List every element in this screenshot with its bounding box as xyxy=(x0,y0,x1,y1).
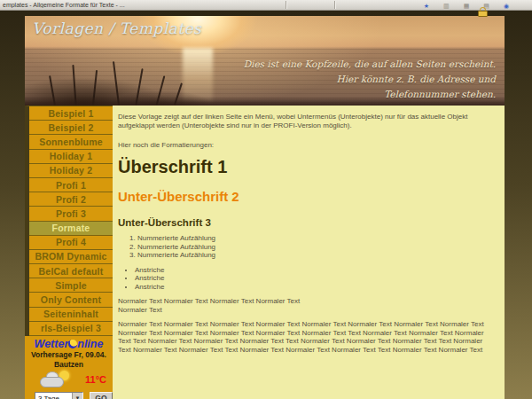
heading-3: Unter-Überschrift 3 xyxy=(118,217,494,229)
menu-item-beispiel-1[interactable]: Beispiel 1 xyxy=(29,106,113,121)
sidebar-menu: Beispiel 1 Beispiel 2 Sonnenblume Holida… xyxy=(25,106,113,336)
lock-icon xyxy=(478,7,489,17)
menu-item-profi-1[interactable]: Profi 1 xyxy=(29,178,113,192)
wetteronline-sun-o-icon xyxy=(68,340,77,348)
go-button[interactable]: GO xyxy=(90,392,113,399)
tab-separator xyxy=(286,1,286,9)
site-template: Vorlagen / Templates Dies ist eine Kopfz… xyxy=(25,16,505,399)
bullet-item: Anstriche xyxy=(135,283,494,292)
tab-separator xyxy=(334,1,335,9)
temperature-value: 11°C xyxy=(85,374,106,385)
site-title: Vorlagen / Templates xyxy=(32,20,201,37)
menu-item-belcal-default[interactable]: BelCal default xyxy=(29,264,113,278)
grid-icon[interactable]: ▦ xyxy=(464,3,470,9)
weather-controls: 3 Tage ▼ GO xyxy=(25,392,113,399)
beach-grass-silhouette xyxy=(25,52,220,106)
template-body: Beispiel 1 Beispiel 2 Sonnenblume Holida… xyxy=(25,106,505,399)
forecast-range-select[interactable]: 3 Tage ▼ xyxy=(35,392,83,399)
header-image: Vorlagen / Templates Dies ist eine Kopfz… xyxy=(25,16,505,106)
menu-item-beispiel-2[interactable]: Beispiel 2 xyxy=(29,121,113,135)
menu-item-simple[interactable]: Simple xyxy=(29,278,113,293)
intro-paragraph: Diese Vorlage zeigt auf der linken Seite… xyxy=(118,113,494,130)
numbered-item: Nummerierte Aufzählung xyxy=(137,243,494,252)
menu-item-holiday-1[interactable]: Holiday 1 xyxy=(29,150,113,164)
weather-widget: Wetternline Vorhersage Fr, 09.04. Bautze… xyxy=(25,339,113,399)
menu-item-brom-dynamic[interactable]: BROM Dynamic xyxy=(29,250,113,264)
menu-item-profi-4[interactable]: Profi 4 xyxy=(29,236,113,250)
menu-item-rls-beispiel-3[interactable]: rls-Beispiel 3 xyxy=(29,322,113,336)
page-background: Vorlagen / Templates Dies ist eine Kopfz… xyxy=(0,11,532,399)
menu-item-formate[interactable]: Formate xyxy=(29,222,113,236)
help-icon[interactable]: ◉ xyxy=(504,3,509,9)
bullet-item: Anstriche xyxy=(135,274,494,283)
normal-text-paragraph-long: Normaler Text Normaler Text Normaler Tex… xyxy=(118,320,494,354)
lock-body xyxy=(478,11,488,17)
panels-icon[interactable]: ▥ xyxy=(443,3,450,9)
browser-toolbar-icons: ★ ▥ ▦ ▤ ◉ xyxy=(424,0,509,11)
weather-forecast-date: Vorhersage Fr, 09.04. xyxy=(25,350,113,360)
formats-lead: Hier noch die Formatierungen: xyxy=(118,141,494,150)
menu-item-only-content[interactable]: Only Content xyxy=(29,293,113,307)
bullet-list: Anstriche Anstriche Anstriche xyxy=(118,266,494,292)
menu-item-holiday-2[interactable]: Holiday 2 xyxy=(29,164,113,178)
partly-cloudy-icon xyxy=(40,371,72,388)
menu-item-profi-3[interactable]: Profi 3 xyxy=(29,207,113,221)
numbered-item: Nummerierte Aufzählung xyxy=(137,251,494,260)
dropdown-arrow-icon[interactable]: ▼ xyxy=(72,393,82,399)
normal-text-paragraph: Normaler Text Normaler Text Normaler Tex… xyxy=(118,297,494,314)
heading-2: Unter-Überschrift 2 xyxy=(118,189,494,204)
wetteronline-logo[interactable]: Wetternline xyxy=(25,339,113,350)
numbered-item: Nummerierte Aufzählung xyxy=(137,234,494,243)
browser-tab-title[interactable]: emplates - Allgemeine Formate für Texte … xyxy=(0,2,125,8)
menu-item-sonnenblume[interactable]: Sonnenblume xyxy=(29,135,113,149)
header-tagline: Dies ist eine Kopfzeile, die auf allen S… xyxy=(244,57,496,101)
weather-city: Bautzen xyxy=(25,360,113,370)
weather-condition-row: 11°C xyxy=(25,369,113,388)
sidebar: Beispiel 1 Beispiel 2 Sonnenblume Holida… xyxy=(25,106,113,399)
content-area: Diese Vorlage zeigt auf der linken Seite… xyxy=(113,106,505,399)
heading-1: Überschrift 1 xyxy=(118,157,494,176)
numbered-list: Nummerierte Aufzählung Nummerierte Aufzä… xyxy=(118,234,494,260)
menu-item-profi-2[interactable]: Profi 2 xyxy=(29,192,113,207)
menu-item-seiteninhalt[interactable]: Seiteninhalt xyxy=(29,308,113,322)
browser-tab-bar: emplates - Allgemeine Formate für Texte … xyxy=(0,0,532,11)
bookmark-icon[interactable]: ★ xyxy=(424,3,429,9)
bullet-item: Anstriche xyxy=(135,266,494,275)
